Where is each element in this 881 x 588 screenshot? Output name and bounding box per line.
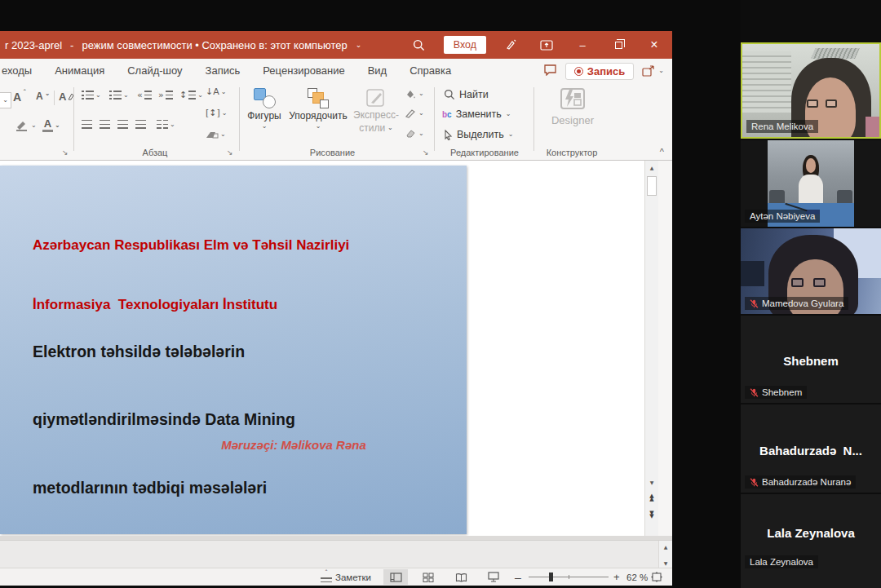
zoom-in-button[interactable]: + xyxy=(613,568,620,586)
designer-icon xyxy=(558,86,587,111)
comments-icon[interactable] xyxy=(543,64,557,78)
ribbon-display-options-icon[interactable] xyxy=(529,31,564,59)
tab-help[interactable]: Справка xyxy=(398,59,463,82)
participant-name-label: Rena Melikova xyxy=(746,120,818,133)
ribbon-tab-row: еходы Анимация Слайд-шоу Запись Рецензир… xyxy=(0,59,672,82)
align-left-icon[interactable] xyxy=(82,120,92,129)
next-slide-icon[interactable]: ▼▼ xyxy=(645,511,658,518)
replace-button[interactable]: bc Заменить⌄ xyxy=(442,108,511,120)
record-button[interactable]: Запись xyxy=(565,63,634,80)
scroll-up-icon[interactable]: ▲ xyxy=(645,165,658,170)
muted-mic-icon xyxy=(750,478,759,487)
participant-name-label: Bahadurzadə Nuranə xyxy=(745,475,856,489)
tab-animation[interactable]: Анимация xyxy=(43,59,116,82)
participant-name-label: Shebnem xyxy=(745,386,807,399)
minimize-button[interactable]: – xyxy=(564,31,600,59)
zoom-slider-thumb[interactable] xyxy=(549,573,553,581)
search-icon[interactable] xyxy=(401,31,437,59)
participants-panel: Rena Melikova Aytən Nəbiyeva xyxy=(741,0,881,588)
text-direction-icon[interactable]: ↓A⌄ xyxy=(206,87,226,96)
participant-tile-bahadurzada-nurana[interactable]: Bahadurzadə N... Bahadurzadə Nuranə xyxy=(741,405,881,493)
title-bar-text: r 2023-aprel - режим совместимости • Сох… xyxy=(0,39,361,51)
zoom-level[interactable]: 62 % xyxy=(626,568,648,586)
clear-formatting-icon[interactable]: A xyxy=(59,91,74,103)
numbered-list-icon[interactable]: ⌄ xyxy=(109,91,129,99)
scrollbar-thumb[interactable] xyxy=(647,176,657,196)
login-button[interactable]: Вход xyxy=(444,36,486,54)
chevron-down-icon[interactable]: ⌄ xyxy=(356,42,362,49)
decrease-indent-icon[interactable]: « xyxy=(137,91,152,99)
participant-tile-mamedova-gyulara[interactable]: Mamedova Gyulara xyxy=(741,228,881,314)
slide-canvas[interactable]: Azərbaycan Respublikası Elm və Təhsil Na… xyxy=(0,161,658,536)
shapes-button[interactable]: Фигуры⌄ xyxy=(245,88,284,130)
zoom-slider[interactable] xyxy=(529,577,609,577)
align-center-icon[interactable] xyxy=(100,120,110,129)
participant-tile-aytan-nabiyeva[interactable]: Aytən Nəbiyeva xyxy=(741,140,881,227)
eraser-icon[interactable]: ⌄ xyxy=(405,129,424,138)
tab-transitions[interactable]: еходы xyxy=(0,59,43,82)
participant-display-name: Bahadurzadə N... xyxy=(741,444,881,458)
bullet-list-icon[interactable]: ⌄ xyxy=(82,91,101,99)
participant-name-label: Mamedova Gyulara xyxy=(745,297,848,310)
find-button[interactable]: Найти xyxy=(444,89,489,100)
slide-sorter-view-button[interactable] xyxy=(416,569,440,585)
justify-icon[interactable] xyxy=(135,120,146,129)
notes-scroll-down-icon[interactable]: ▼ xyxy=(659,560,672,566)
record-dot-icon xyxy=(574,67,583,76)
tab-review[interactable]: Рецензирование xyxy=(251,59,356,82)
participant-tile-shebnem[interactable]: Shebnem Shebnem xyxy=(741,316,881,403)
line-spacing-icon[interactable]: ↕⌄ xyxy=(179,91,203,99)
pen-marker-icon[interactable] xyxy=(493,31,529,59)
group-label-paragraph: Абзац xyxy=(77,148,232,157)
tab-slideshow[interactable]: Слайд-шоу xyxy=(116,59,193,82)
slide[interactable]: Azərbaycan Respublikası Elm və Təhsil Na… xyxy=(0,166,467,534)
align-right-icon[interactable] xyxy=(117,120,128,129)
reading-view-button[interactable] xyxy=(449,569,473,585)
notes-pane[interactable]: ▲ ▼ xyxy=(0,540,672,568)
share-button[interactable]: ⌄ xyxy=(642,65,664,77)
convert-smartart-icon[interactable]: ⌄ xyxy=(206,130,226,139)
notes-scrollbar[interactable]: ▲ ▼ xyxy=(658,541,672,568)
collapse-ribbon-icon[interactable]: ^ xyxy=(660,147,664,157)
scroll-down-icon[interactable]: ▼ xyxy=(645,480,658,485)
font-size-dropdown[interactable]: ⌄ xyxy=(0,92,11,108)
normal-view-button[interactable] xyxy=(383,569,408,585)
participant-tile-rena-melikova[interactable]: Rena Melikova xyxy=(741,42,881,139)
notes-icon: ˆ xyxy=(321,571,332,584)
highlighter-icon[interactable]: ⌄ xyxy=(15,120,37,131)
decrease-font-size-icon[interactable]: A⌄ xyxy=(36,91,50,102)
participant-display-name: Lala Zeynalova xyxy=(741,526,881,540)
participant-tile-lala-zeynalova[interactable]: Lala Zeynalova Lala Zeynalova xyxy=(741,494,881,588)
title-separator: - xyxy=(70,39,73,51)
increase-indent-icon[interactable]: » xyxy=(158,91,173,99)
vertical-scrollbar[interactable]: ▲ ▼ ▲▲ ▼▼ xyxy=(644,161,658,536)
slide-speaker-text: Məruzəçi: Məlikova Rəna xyxy=(131,438,457,452)
shapes-icon xyxy=(254,88,276,108)
increase-font-size-icon[interactable]: Aˆ xyxy=(13,91,26,104)
shape-fill-icon[interactable]: ⌄ xyxy=(405,89,424,99)
select-button[interactable]: Выделить⌄ xyxy=(444,129,513,140)
designer-button: Designer xyxy=(538,86,607,134)
drawing-dialog-launcher-icon[interactable]: ↘ xyxy=(423,148,429,157)
align-text-icon[interactable]: [↕]⌄ xyxy=(206,108,228,117)
quick-styles-icon xyxy=(365,88,387,108)
fit-to-window-icon[interactable] xyxy=(651,568,662,586)
shape-outline-icon[interactable]: ⌄ xyxy=(405,108,424,118)
notes-scroll-up-icon[interactable]: ▲ xyxy=(659,544,672,550)
font-dialog-launcher-icon[interactable]: ↘ xyxy=(62,148,69,157)
columns-icon[interactable]: ⌄ xyxy=(157,120,175,129)
zoom-out-button[interactable]: – xyxy=(515,568,521,586)
slideshow-view-button[interactable] xyxy=(481,569,506,585)
title-bar: r 2023-aprel - режим совместимости • Сох… xyxy=(0,31,672,59)
replace-icon: bc xyxy=(442,110,452,119)
close-button[interactable]: × xyxy=(636,31,672,59)
participant-name-label: Lala Zeynalova xyxy=(745,555,818,568)
notes-toggle[interactable]: ˆ Заметки xyxy=(321,568,371,586)
tab-record[interactable]: Запись xyxy=(194,59,252,82)
arrange-button[interactable]: Упорядочить⌄ xyxy=(287,88,349,130)
tab-view[interactable]: Вид xyxy=(356,59,399,82)
paragraph-dialog-launcher-icon[interactable]: ↘ xyxy=(227,148,233,157)
previous-slide-icon[interactable]: ▲▲ xyxy=(645,494,658,501)
restore-button[interactable] xyxy=(600,31,636,59)
font-color-icon[interactable]: A⌄ xyxy=(42,118,60,132)
